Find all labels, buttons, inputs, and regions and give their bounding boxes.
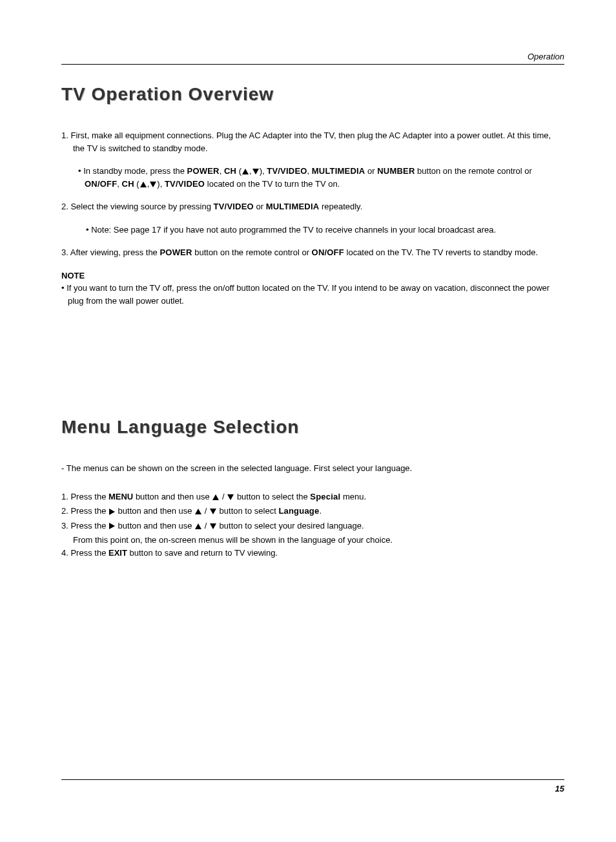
up-icon (140, 182, 147, 187)
down-icon (150, 182, 156, 187)
s1-item3: 3. After viewing, press the POWER button… (61, 246, 564, 259)
down-icon (227, 494, 234, 500)
s2-item2: 2. Press the button and then use / butto… (61, 505, 564, 518)
page-footer: 15 (61, 779, 564, 794)
up-icon (195, 523, 201, 529)
s2-item1: 1. Press the MENU button and then use / … (61, 490, 564, 503)
s1-item1: 1. First, make all equipment connections… (61, 129, 564, 154)
section2: Menu Language Selection - The menus can … (61, 417, 564, 559)
s1-item2: 2. Select the viewing source by pressing… (61, 200, 564, 213)
page-number: 15 (555, 784, 564, 794)
section1-title: TV Operation Overview (61, 84, 564, 105)
s2-item4: 4. Press the EXIT button to save and ret… (61, 547, 564, 560)
s1-item1-sub: • In standby mode, press the POWER, CH (… (61, 165, 564, 190)
section2-title: Menu Language Selection (61, 417, 564, 437)
section1-content: 1. First, make all equipment connections… (61, 129, 564, 307)
note-heading: NOTE (61, 269, 564, 282)
up-icon (242, 169, 249, 174)
down-icon (210, 509, 216, 514)
s2-item3-cont: From this point on, the on-screen menus … (61, 534, 462, 547)
up-icon (212, 494, 219, 500)
down-icon (210, 523, 216, 529)
header-section-label: Operation (61, 52, 564, 65)
s2-intro: - The menus can be shown on the screen i… (61, 462, 564, 475)
note-body: • If you want to turn the TV off, press … (61, 282, 564, 307)
down-icon (252, 169, 259, 174)
right-icon (109, 523, 115, 529)
up-icon (195, 509, 201, 514)
right-icon (109, 509, 115, 515)
s1-item2-note: • Note: See page 17 if you have not auto… (61, 224, 564, 237)
s2-item3: 3. Press the button and then use / butto… (61, 520, 564, 532)
s2-list: 1. Press the MENU button and then use / … (61, 490, 564, 560)
